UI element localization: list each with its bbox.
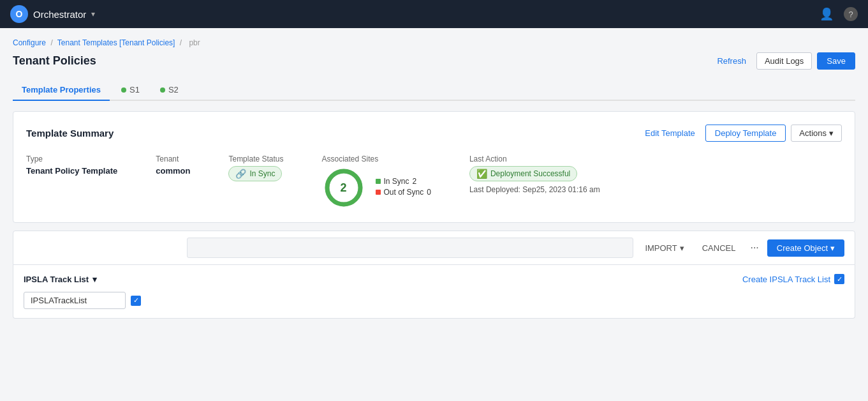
last-action-col: Last Action ✅ Deployment Successful Last… [469, 155, 600, 194]
nav-logo: O [10, 5, 28, 23]
ipsla-input-checkbox[interactable]: ✓ [131, 296, 141, 306]
ipsla-title-text: IPSLA Track List [24, 275, 89, 284]
template-summary-card: Template Summary Edit Template Deploy Te… [13, 111, 855, 223]
nav-left: O Orchestrator ▾ [10, 5, 95, 23]
ipsla-section: IPSLA Track List ▾ Create IPSLA Track Li… [13, 265, 855, 319]
edit-template-button[interactable]: Edit Template [640, 126, 700, 140]
tab-template-properties[interactable]: Template Properties [13, 80, 110, 101]
out-of-sync-label: Out of Sync [384, 188, 424, 197]
associated-sites-label: Associated Sites [322, 155, 431, 163]
breadcrumb-current: pbr [189, 38, 200, 47]
tab-s1[interactable]: S1 [112, 80, 149, 101]
ipsla-header: IPSLA Track List ▾ Create IPSLA Track Li… [24, 274, 844, 284]
check-icon: ✅ [476, 169, 487, 179]
deployment-badge: ✅ Deployment Successful [469, 166, 577, 181]
tab-s2-label: S2 [168, 85, 179, 95]
import-chevron-icon: ▾ [680, 243, 684, 253]
sites-legend: In Sync 2 Out of Sync 0 [376, 177, 431, 199]
deploy-template-button[interactable]: Deploy Template [705, 125, 786, 142]
last-deployed-text: Last Deployed: Sep25, 2023 01:16 am [469, 185, 600, 194]
create-ipsla-link[interactable]: Create IPSLA Track List ✓ [742, 274, 844, 284]
nav-title: Orchestrator [33, 9, 86, 20]
status-badge: 🔗 In Sync [228, 166, 282, 181]
breadcrumb-sep1: / [50, 38, 52, 47]
card-title: Template Summary [26, 128, 114, 139]
template-status-col: Template Status 🔗 In Sync [228, 155, 283, 181]
ipsla-input-row: ✓ [24, 292, 844, 309]
user-icon[interactable]: 👤 [820, 7, 834, 21]
in-sync-dot [376, 179, 381, 184]
create-object-label: Create Object [777, 243, 828, 253]
associated-sites-col: Associated Sites 2 [322, 155, 431, 209]
ipsla-title[interactable]: IPSLA Track List ▾ [24, 275, 97, 284]
donut-chart: 2 [322, 166, 365, 209]
tab-s1-label: S1 [129, 85, 140, 95]
actions-dropdown-button[interactable]: Actions ▾ [791, 125, 842, 142]
create-object-chevron-icon: ▾ [830, 243, 835, 253]
breadcrumb-tenant-templates[interactable]: Tenant Templates [Tenant Policies] [57, 38, 175, 47]
create-object-button[interactable]: Create Object ▾ [767, 239, 844, 257]
breadcrumb-configure[interactable]: Configure [13, 38, 46, 47]
header-actions: Refresh Audit Logs Save [712, 52, 855, 70]
status-badge-text: In Sync [249, 169, 275, 178]
import-button[interactable]: IMPORT ▾ [638, 240, 690, 256]
main-content: Configure / Tenant Templates [Tenant Pol… [0, 28, 868, 329]
tenant-label: Tenant [156, 155, 190, 163]
actions-label: Actions [799, 128, 827, 138]
donut-center-value: 2 [340, 181, 346, 195]
template-status-label: Template Status [228, 155, 283, 163]
tabs-bar: Template Properties S1 S2 [13, 80, 855, 101]
import-label: IMPORT [645, 243, 677, 253]
s2-status-dot [160, 87, 165, 93]
nav-chevron-icon[interactable]: ▾ [91, 10, 95, 19]
create-ipsla-checkbox[interactable]: ✓ [834, 274, 844, 284]
ipsla-chevron-icon: ▾ [92, 275, 97, 284]
tab-template-properties-label: Template Properties [22, 85, 101, 95]
breadcrumb: Configure / Tenant Templates [Tenant Pol… [13, 38, 855, 47]
cancel-button[interactable]: CANCEL [696, 240, 742, 256]
nav-right: 👤 ? [820, 7, 858, 21]
more-options-button[interactable]: ··· [747, 239, 761, 257]
type-col: Type Tenant Policy Template [26, 155, 117, 176]
refresh-button[interactable]: Refresh [712, 54, 751, 68]
page-title: Tenant Policies [13, 54, 96, 68]
create-ipsla-text: Create IPSLA Track List [742, 275, 830, 284]
bottom-toolbar: IMPORT ▾ CANCEL ··· Create Object ▾ [13, 231, 855, 265]
top-navigation: O Orchestrator ▾ 👤 ? [0, 0, 868, 28]
in-sync-count: 2 [413, 177, 417, 186]
deployment-badge-text: Deployment Successful [490, 169, 570, 178]
ipsla-input[interactable] [24, 292, 126, 309]
save-button[interactable]: Save [817, 52, 855, 70]
tab-s2[interactable]: S2 [151, 80, 188, 101]
help-icon[interactable]: ? [844, 7, 858, 21]
out-sync-dot [376, 190, 381, 195]
logo-letter: O [16, 9, 23, 19]
audit-logs-button[interactable]: Audit Logs [756, 52, 812, 70]
out-of-sync-count: 0 [427, 188, 431, 197]
summary-grid: Type Tenant Policy Template Tenant commo… [26, 155, 842, 209]
type-value: Tenant Policy Template [26, 166, 117, 176]
type-label: Type [26, 155, 117, 163]
tenant-col: Tenant common [156, 155, 190, 176]
breadcrumb-sep2: / [180, 38, 182, 47]
card-actions: Edit Template Deploy Template Actions ▾ [640, 125, 842, 142]
link-icon: 🔗 [235, 169, 246, 179]
in-sync-row: In Sync 2 [376, 177, 431, 186]
actions-chevron-icon: ▾ [829, 128, 834, 138]
last-action-label: Last Action [469, 155, 600, 163]
tenant-value: common [156, 166, 190, 176]
s1-status-dot [121, 87, 126, 93]
in-sync-label: In Sync [384, 177, 409, 186]
page-header: Tenant Policies Refresh Audit Logs Save [13, 52, 855, 70]
associated-sites-content: 2 In Sync 2 Out of Sync 0 [322, 166, 431, 209]
out-of-sync-row: Out of Sync 0 [376, 188, 431, 197]
card-header: Template Summary Edit Template Deploy Te… [26, 125, 842, 142]
search-bar[interactable] [187, 238, 633, 258]
